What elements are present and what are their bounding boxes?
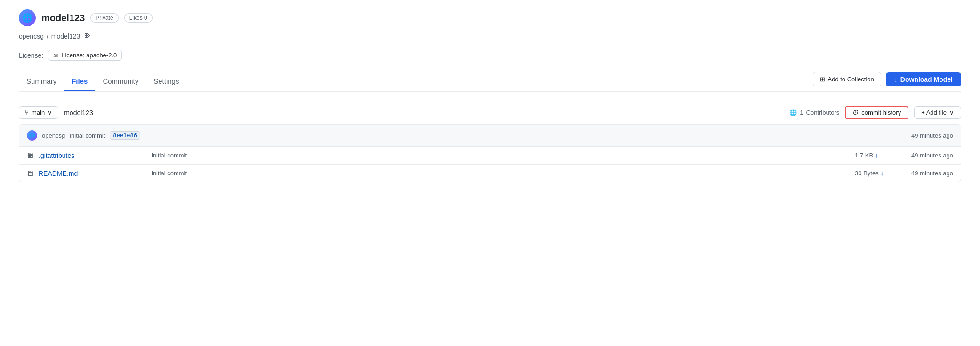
contributors-count: 1 — [800, 109, 803, 116]
table-row: 🖹 README.md initial commit 30 Bytes ↓ 49… — [19, 165, 961, 182]
repo-path: opencsg / model123 👁 — [19, 32, 961, 40]
chevron-down-icon: ∨ — [48, 109, 52, 116]
file-table: 🌐 opencsg initial commit 8ee1e86 49 minu… — [19, 124, 961, 182]
file-commit-message: initial commit — [152, 152, 855, 159]
private-badge: Private — [90, 13, 118, 23]
contributors-avatar: 🌐 — [789, 109, 797, 116]
license-row: License: ⚖ License: apache-2.0 — [19, 50, 961, 61]
commit-history-label: commit history — [861, 109, 901, 116]
add-file-button[interactable]: + Add file ∨ — [914, 106, 961, 119]
tab-summary[interactable]: Summary — [19, 72, 64, 91]
file-time: 49 minutes ago — [911, 170, 953, 177]
contributors-label: Contributors — [806, 109, 840, 116]
license-icon: ⚖ — [53, 52, 59, 59]
table-row: 🖹 .gitattributes initial commit 1.7 KB ↓… — [19, 147, 961, 165]
add-collection-label: Add to Collection — [828, 76, 874, 83]
repo-title: model123 — [41, 13, 85, 24]
branch-selector[interactable]: ⑂ main ∨ — [19, 106, 58, 119]
file-name[interactable]: README.md — [39, 170, 133, 177]
license-label: License: — [19, 52, 43, 59]
file-rows-container: 🖹 .gitattributes initial commit 1.7 KB ↓… — [19, 147, 961, 182]
file-commit-message: initial commit — [152, 170, 855, 177]
add-file-label: + Add file — [921, 109, 947, 116]
tab-community[interactable]: Community — [95, 72, 146, 91]
add-collection-icon: ⊞ — [820, 76, 825, 83]
download-label: Download Model — [900, 76, 953, 83]
tab-settings[interactable]: Settings — [146, 72, 186, 91]
file-size: 30 Bytes ↓ — [855, 170, 892, 177]
download-model-button[interactable]: ↓ Download Model — [886, 72, 961, 86]
download-file-icon[interactable]: ↓ — [875, 152, 878, 159]
file-size: 1.7 KB ↓ — [855, 152, 892, 159]
file-icon: 🖹 — [27, 169, 34, 177]
license-value: License: apache-2.0 — [62, 52, 117, 59]
download-file-icon[interactable]: ↓ — [881, 170, 884, 177]
add-file-chevron-icon: ∨ — [949, 109, 954, 116]
download-icon: ↓ — [894, 76, 898, 83]
repo-name-breadcrumb: model123 — [64, 109, 93, 117]
file-icon: 🖹 — [27, 151, 34, 159]
clock-icon: ⏱ — [852, 109, 859, 116]
tab-files[interactable]: Files — [64, 72, 95, 91]
repo-avatar: 🌐 — [19, 9, 36, 26]
branch-icon: ⑂ — [25, 109, 29, 116]
commit-history-button[interactable]: ⏱ commit history — [845, 106, 908, 119]
add-to-collection-button[interactable]: ⊞ Add to Collection — [813, 72, 881, 86]
repo-name-link[interactable]: model123 — [51, 32, 80, 40]
commit-time: 49 minutes ago — [911, 132, 953, 139]
file-toolbar: ⑂ main ∨ model123 🌐 1 Contributors ⏱ com… — [19, 101, 961, 124]
file-time: 49 minutes ago — [911, 152, 953, 159]
watch-icon[interactable]: 👁 — [83, 32, 90, 40]
likes-badge: Likes 0 — [124, 13, 153, 23]
file-name[interactable]: .gitattributes — [39, 152, 133, 159]
commit-sha[interactable]: 8ee1e86 — [110, 131, 140, 140]
latest-commit-row: 🌐 opencsg initial commit 8ee1e86 49 minu… — [19, 125, 961, 147]
commit-author[interactable]: opencsg — [42, 132, 65, 139]
commit-author-avatar: 🌐 — [27, 130, 37, 141]
license-badge[interactable]: ⚖ License: apache-2.0 — [48, 50, 122, 61]
owner-link[interactable]: opencsg — [19, 32, 44, 40]
commit-message: initial commit — [70, 132, 105, 139]
branch-name: main — [32, 109, 45, 116]
tabs-row: Summary Files Community Settings ⊞ Add t… — [19, 72, 961, 92]
contributors-info[interactable]: 🌐 1 Contributors — [789, 109, 839, 116]
